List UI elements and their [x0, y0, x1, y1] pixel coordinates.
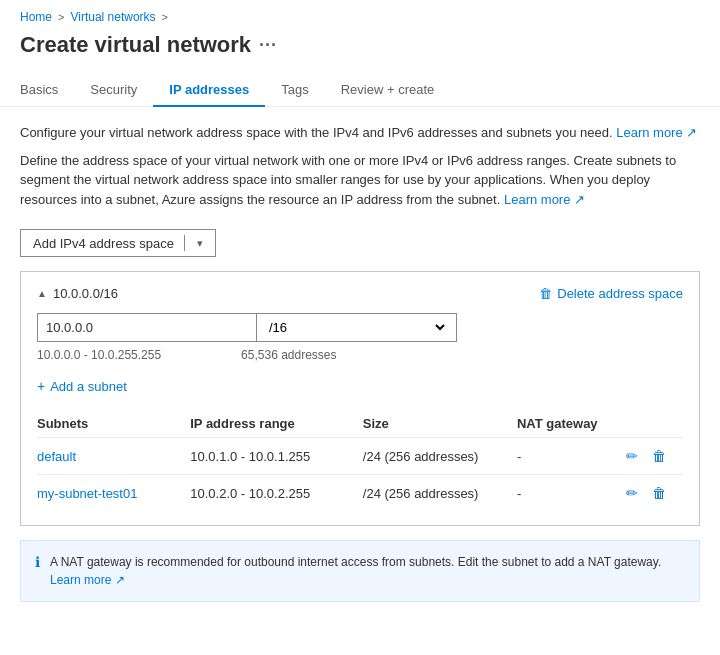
address-space-cidr: 10.0.0.0/16	[53, 286, 118, 301]
col-header-nat: NAT gateway	[517, 410, 624, 438]
table-row: my-subnet-test01 10.0.2.0 - 10.0.2.255 /…	[37, 475, 683, 512]
subnet-size-cell: /24 (256 addresses)	[363, 438, 517, 475]
tab-basics[interactable]: Basics	[20, 74, 74, 107]
col-header-size: Size	[363, 410, 517, 438]
address-space-title: ▲ 10.0.0.0/16	[37, 286, 118, 301]
breadcrumb-home[interactable]: Home	[20, 10, 52, 24]
ip-range-text: 10.0.0.0 - 10.0.255.255	[37, 348, 161, 362]
action-icons: ✏ 🗑	[624, 446, 675, 466]
delete-address-space-link[interactable]: 🗑 Delete address space	[539, 286, 683, 301]
edit-subnet-button-mysubnet[interactable]: ✏	[624, 483, 640, 503]
main-content: Configure your virtual network address s…	[0, 107, 720, 618]
address-inputs-row: /16 /8 /24	[37, 313, 683, 342]
subnet-ip-range-cell: 10.0.2.0 - 10.0.2.255	[190, 475, 363, 512]
subnet-name-cell: my-subnet-test01	[37, 475, 190, 512]
edit-subnet-button-default[interactable]: ✏	[624, 446, 640, 466]
breadcrumb-sep-2: >	[162, 11, 168, 23]
add-subnet-label: Add a subnet	[50, 379, 127, 394]
tab-tags[interactable]: Tags	[265, 74, 324, 107]
page-title-container: Create virtual network ···	[0, 28, 720, 74]
breadcrumb-sep-1: >	[58, 11, 64, 23]
add-subnet-button[interactable]: + Add a subnet	[37, 374, 127, 398]
add-button-label: Add IPv4 address space	[33, 236, 174, 251]
subnet-link-default[interactable]: default	[37, 449, 76, 464]
subnet-link-mysubnet[interactable]: my-subnet-test01	[37, 486, 137, 501]
info-icon: ℹ	[35, 554, 40, 570]
subnet-size-cell: /24 (256 addresses)	[363, 475, 517, 512]
subnet-nat-cell: -	[517, 475, 624, 512]
col-header-subnets: Subnets	[37, 410, 190, 438]
learn-more-link-1[interactable]: Learn more ↗	[616, 125, 697, 140]
subnet-actions-cell: ✏ 🗑	[624, 438, 683, 475]
breadcrumb-virtual-networks[interactable]: Virtual networks	[70, 10, 155, 24]
subnet-ip-range-cell: 10.0.1.0 - 10.0.1.255	[190, 438, 363, 475]
ip-address-input[interactable]	[37, 313, 257, 342]
delete-subnet-button-mysubnet[interactable]: 🗑	[650, 483, 668, 503]
description-2: Define the address space of your virtual…	[20, 151, 700, 210]
chevron-up-icon[interactable]: ▲	[37, 288, 47, 299]
subnet-name-cell: default	[37, 438, 190, 475]
description-1: Configure your virtual network address s…	[20, 123, 700, 143]
col-header-iprange: IP address range	[190, 410, 363, 438]
plus-icon: +	[37, 378, 45, 394]
table-row: default 10.0.1.0 - 10.0.1.255 /24 (256 a…	[37, 438, 683, 475]
trash-icon: 🗑	[539, 286, 552, 301]
cidr-select[interactable]: /16 /8 /24	[257, 313, 457, 342]
action-icons: ✏ 🗑	[624, 483, 675, 503]
address-range-info: 10.0.0.0 - 10.0.255.255 65,536 addresses	[37, 348, 683, 362]
delete-subnet-button-default[interactable]: 🗑	[650, 446, 668, 466]
tab-bar: Basics Security IP addresses Tags Review…	[0, 74, 720, 107]
tab-ip-addresses[interactable]: IP addresses	[153, 74, 265, 107]
learn-more-link-2[interactable]: Learn more ↗	[504, 192, 585, 207]
addresses-count: 65,536 addresses	[241, 348, 336, 362]
subnet-actions-cell: ✏ 🗑	[624, 475, 683, 512]
nat-notice-box: ℹ A NAT gateway is recommended for outbo…	[20, 540, 700, 602]
page-title-ellipsis[interactable]: ···	[259, 35, 277, 56]
page-title: Create virtual network	[20, 32, 251, 58]
add-button-divider	[184, 235, 185, 251]
tab-review-create[interactable]: Review + create	[325, 74, 451, 107]
subnets-table: Subnets IP address range Size NAT gatewa…	[37, 410, 683, 511]
chevron-down-icon: ▾	[197, 237, 203, 250]
nat-notice-text: A NAT gateway is recommended for outboun…	[50, 553, 685, 589]
address-space-header: ▲ 10.0.0.0/16 🗑 Delete address space	[37, 286, 683, 301]
add-ipv4-address-space-button[interactable]: Add IPv4 address space ▾	[20, 229, 216, 257]
delete-address-space-label: Delete address space	[557, 286, 683, 301]
subnet-nat-cell: -	[517, 438, 624, 475]
cidr-dropdown[interactable]: /16 /8 /24	[265, 319, 448, 336]
tab-security[interactable]: Security	[74, 74, 153, 107]
col-header-actions	[624, 410, 683, 438]
breadcrumb: Home > Virtual networks >	[0, 0, 720, 28]
address-space-box: ▲ 10.0.0.0/16 🗑 Delete address space /16…	[20, 271, 700, 526]
nat-learn-more-link[interactable]: Learn more ↗	[50, 573, 125, 587]
